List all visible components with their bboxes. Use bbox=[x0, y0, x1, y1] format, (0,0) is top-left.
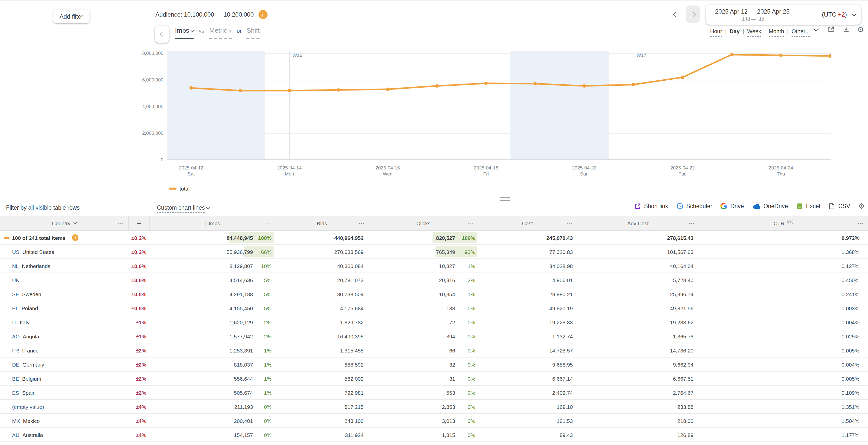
cost-value: 245,070.43 bbox=[547, 234, 573, 241]
data-point[interactable] bbox=[337, 88, 340, 92]
ctr-value: 0.004% bbox=[842, 319, 860, 325]
column-header-bids[interactable]: Bids ⋯ bbox=[275, 216, 369, 230]
table-row[interactable]: NLNetherlands±0.6%8,129,80710%40,300,084… bbox=[0, 259, 868, 273]
table-row[interactable]: ITItaly±1%1,620,1292%1,829,782720%19,228… bbox=[0, 315, 868, 329]
add-column-button[interactable]: + bbox=[129, 216, 150, 230]
column-menu-icon[interactable]: ⋯ bbox=[688, 220, 695, 227]
data-point[interactable] bbox=[533, 82, 537, 86]
chevron-down-icon bbox=[206, 205, 210, 209]
cost-value: 4,906.01 bbox=[552, 277, 573, 283]
table-row[interactable]: MXMexico±4%200,4010%243,1003,0130%161.53… bbox=[0, 414, 868, 428]
uncertainty-cell: ±1% bbox=[129, 315, 150, 329]
column-menu-icon[interactable]: ⋯ bbox=[359, 220, 365, 227]
granularity-option-other[interactable]: Other... bbox=[792, 28, 810, 37]
x-tick-label: 2025-04-20Sun bbox=[562, 165, 607, 177]
chart-legend-item[interactable]: total bbox=[169, 186, 190, 192]
data-point[interactable] bbox=[828, 54, 831, 58]
info-icon[interactable]: i bbox=[258, 10, 267, 19]
granularity-option-week[interactable]: Week bbox=[747, 28, 762, 37]
column-header-ctr[interactable]: CTRf(x) ⋯ bbox=[699, 216, 868, 230]
data-point[interactable] bbox=[583, 84, 586, 88]
data-point[interactable] bbox=[779, 54, 783, 57]
all-visible-link[interactable]: all visible bbox=[28, 205, 52, 212]
data-point[interactable] bbox=[681, 76, 684, 79]
table-row[interactable]: ESSpain±2%505,6741%722,9815530%2,402.742… bbox=[0, 386, 868, 400]
excel-export-button[interactable]: Excel bbox=[796, 202, 820, 210]
column-menu-icon[interactable]: ⋯ bbox=[858, 220, 864, 227]
chart-table-splitter[interactable] bbox=[500, 197, 510, 202]
data-point[interactable] bbox=[189, 86, 193, 90]
table-row[interactable]: (empty value)±4%211,1930%817,2152,8530%1… bbox=[0, 400, 868, 414]
prev-period-button[interactable] bbox=[674, 9, 677, 18]
series-color-dash-icon bbox=[169, 188, 177, 190]
granularity-option-day[interactable]: Day bbox=[730, 28, 740, 37]
primary-metric-select[interactable]: Imps bbox=[175, 27, 194, 39]
column-header-clicks[interactable]: Clicks ⋯ bbox=[369, 216, 478, 230]
bids-value: 582,002 bbox=[344, 375, 364, 381]
clicks-cell: 310% bbox=[369, 372, 478, 385]
short-link-button[interactable]: Short link bbox=[634, 202, 668, 210]
next-period-button[interactable] bbox=[686, 5, 700, 23]
custom-chart-lines-select[interactable]: Custom chart lines bbox=[157, 205, 209, 211]
data-point[interactable] bbox=[435, 84, 439, 88]
table-row[interactable]: DEGermany±2%818,0371%888,592320%9,658.95… bbox=[0, 357, 868, 372]
table-row[interactable]: AUAustralia±4%154,1570%311,9241,8150%89.… bbox=[0, 428, 868, 442]
bids-cell: 16,490,395 bbox=[275, 329, 369, 343]
table-row[interactable]: USUnited States±0.2%55,936,79966%270,638… bbox=[0, 245, 868, 259]
cost-value: 23,980.21 bbox=[550, 291, 573, 297]
column-menu-icon[interactable]: ⋯ bbox=[566, 220, 573, 227]
table-row[interactable]: 100 of 241 total itemsi±0.2%84,448,94510… bbox=[0, 231, 868, 245]
data-point[interactable] bbox=[288, 89, 291, 93]
open-in-new-icon[interactable] bbox=[827, 26, 835, 33]
table-row[interactable]: AOAngola±1%1,577,9422%16,490,3953940%1,1… bbox=[0, 329, 868, 343]
clicks-value: 765,349 bbox=[369, 249, 455, 255]
data-point[interactable] bbox=[730, 53, 734, 57]
granularity-option-hour[interactable]: Hour bbox=[710, 28, 722, 37]
adv-cost-cell: 19,233.62 bbox=[577, 315, 699, 329]
cost-cell: 2,402.74 bbox=[478, 386, 577, 399]
data-point[interactable] bbox=[239, 89, 242, 93]
compare-metric-select[interactable]: Metric bbox=[209, 27, 231, 39]
column-menu-icon[interactable]: ⋯ bbox=[264, 220, 271, 227]
timezone-selector[interactable]: (UTC +2) bbox=[822, 11, 856, 18]
granularity-option-month[interactable]: Month bbox=[769, 28, 784, 37]
data-point[interactable] bbox=[484, 82, 488, 85]
uncertainty-cell: ±4% bbox=[129, 414, 150, 427]
onedrive-export-button[interactable]: OneDrive bbox=[752, 203, 788, 209]
table-row[interactable]: BEBelgium±2%556,6441%582,002310%6,667.14… bbox=[0, 372, 868, 386]
cost-value: 19,228.83 bbox=[550, 319, 573, 325]
column-menu-icon[interactable]: ⋯ bbox=[118, 220, 124, 227]
table-settings-gear-icon[interactable]: ⚙ bbox=[858, 202, 865, 210]
country-cell: DEGermany bbox=[0, 357, 129, 371]
country-name: Netherlands bbox=[22, 263, 50, 269]
date-range-picker[interactable]: 2025 Apr 12 — 2025 Apr 25 -14d — -1d (UT… bbox=[706, 4, 861, 25]
data-point[interactable] bbox=[632, 83, 635, 87]
adv-cost-cell: 25,396.74 bbox=[577, 287, 699, 301]
chart-back-button[interactable] bbox=[155, 26, 169, 43]
ctr-cell: 0.127% bbox=[699, 259, 868, 273]
clicks-value: 66 bbox=[369, 347, 455, 353]
imps-percent: 5% bbox=[253, 277, 272, 283]
table-row[interactable]: SESweden±0.8%4,291,1885%80,738,50410,354… bbox=[0, 287, 868, 301]
cost-cell: 169.10 bbox=[478, 400, 577, 413]
csv-export-button[interactable]: CSV bbox=[828, 202, 850, 210]
table-row[interactable]: PLPoland±0.8%4,155,4505%4,175,6841330%49… bbox=[0, 301, 868, 315]
gear-icon[interactable]: ⚙ bbox=[857, 26, 864, 33]
download-icon[interactable] bbox=[842, 26, 850, 33]
shift-select[interactable]: Shift bbox=[247, 27, 260, 39]
column-menu-icon[interactable]: ⋯ bbox=[467, 220, 474, 227]
info-icon[interactable]: i bbox=[72, 234, 79, 241]
scheduler-button[interactable]: Scheduler bbox=[676, 202, 712, 210]
ctr-value: 0.005% bbox=[842, 375, 860, 381]
data-point[interactable] bbox=[386, 88, 390, 91]
column-header-adv-cost[interactable]: Adv Cost ⋯ bbox=[577, 216, 699, 230]
table-row[interactable]: UK±0.8%4,514,6365%20,781,07320,3162%4,90… bbox=[0, 273, 868, 287]
column-header-cost[interactable]: Cost ⋯ bbox=[478, 216, 577, 230]
clicks-value: 72 bbox=[369, 319, 455, 325]
clicks-value: 1,815 bbox=[369, 432, 455, 438]
column-header-country[interactable]: Country ⋯ bbox=[0, 216, 129, 230]
drive-export-button[interactable]: Drive bbox=[720, 202, 744, 210]
column-header-imps[interactable]: ↓Imps ⋯ bbox=[150, 216, 275, 230]
add-filter-button[interactable]: Add filter bbox=[53, 9, 90, 23]
table-row[interactable]: FRFrance±2%1,253,3911%1,315,455660%14,72… bbox=[0, 343, 868, 357]
